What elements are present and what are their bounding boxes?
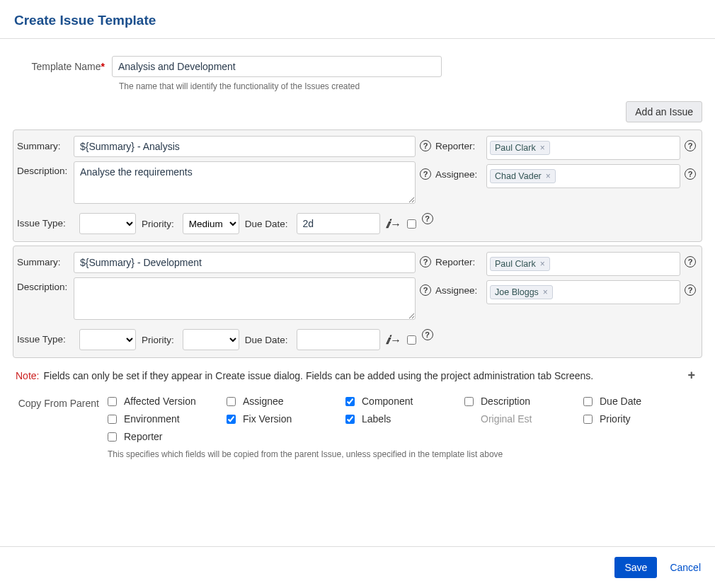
copy-field-item[interactable]: Fix Version bbox=[227, 413, 345, 425]
assignee-field[interactable]: Chad Vader × bbox=[486, 164, 680, 188]
priority-label: Priority: bbox=[142, 335, 174, 345]
help-icon[interactable]: ? bbox=[685, 256, 696, 267]
copy-field-checkbox[interactable] bbox=[464, 397, 474, 406]
assignee-label: Assignee: bbox=[435, 164, 482, 185]
save-button[interactable]: Save bbox=[614, 557, 657, 578]
copy-field-item: Original Est bbox=[464, 413, 583, 425]
copy-field-label: Description bbox=[481, 396, 530, 407]
branch-icon[interactable]: ⅈ→ bbox=[386, 217, 401, 231]
reporter-field[interactable]: Paul Clark × bbox=[486, 252, 680, 276]
help-icon[interactable]: ? bbox=[422, 213, 433, 224]
copy-field-checkbox[interactable] bbox=[108, 415, 117, 424]
copy-field-label: Environment bbox=[124, 413, 180, 425]
help-icon[interactable]: ? bbox=[420, 140, 431, 151]
priority-label: Priority: bbox=[142, 219, 174, 229]
reporter-label: Reporter: bbox=[435, 252, 482, 273]
note-label: Note: bbox=[16, 370, 39, 381]
user-tag: Paul Clark × bbox=[490, 257, 550, 271]
issue-type-select[interactable] bbox=[79, 213, 136, 234]
copy-field-label: Original Est bbox=[481, 413, 532, 425]
copy-field-checkbox[interactable] bbox=[108, 397, 117, 406]
copy-field-checkbox[interactable] bbox=[227, 397, 236, 406]
copy-field-checkbox[interactable] bbox=[583, 397, 593, 406]
copy-field-checkbox[interactable] bbox=[583, 415, 593, 424]
help-icon[interactable]: ? bbox=[420, 256, 431, 267]
priority-select[interactable] bbox=[183, 329, 239, 350]
reporter-field[interactable]: Paul Clark × bbox=[486, 136, 680, 160]
note-text: Fields can only be set if they appear in… bbox=[43, 370, 679, 381]
description-textarea[interactable] bbox=[74, 277, 416, 320]
summary-input[interactable] bbox=[74, 136, 416, 157]
copy-field-label: Labels bbox=[362, 413, 391, 425]
cancel-link[interactable]: Cancel bbox=[670, 562, 701, 573]
remove-tag-icon[interactable]: × bbox=[540, 143, 545, 153]
template-name-help: The name that will identify the function… bbox=[119, 81, 702, 91]
help-icon[interactable]: ? bbox=[420, 168, 431, 180]
copy-field-item[interactable]: Labels bbox=[345, 413, 464, 425]
due-date-input[interactable] bbox=[297, 213, 380, 234]
copy-field-label: Reporter bbox=[124, 431, 162, 442]
issue-block: Summary: Description: ? Reporter: bbox=[13, 246, 702, 358]
copy-field-label: Priority bbox=[600, 413, 631, 425]
description-label: Description: bbox=[17, 277, 74, 294]
copy-field-item[interactable]: Description bbox=[464, 396, 583, 407]
copy-help-text: This specifies which fields will be copi… bbox=[108, 449, 702, 459]
plus-icon[interactable]: + bbox=[683, 368, 699, 383]
due-date-label: Due Date: bbox=[245, 219, 288, 229]
description-textarea[interactable]: Analyse the requirements bbox=[74, 161, 416, 204]
copy-field-item[interactable]: Reporter bbox=[108, 431, 227, 442]
copy-field-item[interactable]: Assignee bbox=[227, 396, 345, 407]
priority-select[interactable]: Medium bbox=[183, 213, 239, 234]
summary-label: Summary: bbox=[17, 252, 74, 273]
assignee-field[interactable]: Joe Bloggs × bbox=[486, 280, 680, 304]
due-date-checkbox[interactable] bbox=[407, 335, 416, 345]
copy-field-item[interactable]: Environment bbox=[108, 413, 227, 425]
due-date-checkbox[interactable] bbox=[407, 219, 416, 229]
remove-tag-icon[interactable]: × bbox=[546, 171, 551, 181]
copy-field-label: Fix Version bbox=[243, 413, 292, 425]
copy-field-label: Affected Version bbox=[124, 396, 196, 407]
issue-block: Summary: Description: Analyse the requir… bbox=[13, 129, 702, 242]
help-icon[interactable]: ? bbox=[685, 168, 696, 180]
copy-field-checkbox[interactable] bbox=[345, 397, 355, 406]
copy-field-item[interactable]: Affected Version bbox=[108, 396, 227, 407]
add-issue-button[interactable]: Add an Issue bbox=[626, 101, 702, 122]
due-date-input[interactable] bbox=[297, 329, 380, 350]
help-icon[interactable]: ? bbox=[422, 329, 433, 340]
summary-label: Summary: bbox=[17, 136, 74, 157]
user-tag: Chad Vader × bbox=[490, 169, 556, 183]
remove-tag-icon[interactable]: × bbox=[540, 259, 545, 269]
user-tag: Joe Bloggs × bbox=[490, 285, 553, 299]
branch-icon[interactable]: ⅈ→ bbox=[386, 333, 401, 347]
template-name-label: Template Name* bbox=[13, 56, 112, 77]
issue-type-label: Issue Type: bbox=[17, 213, 74, 234]
copy-field-label: Due Date bbox=[600, 396, 641, 407]
reporter-label: Reporter: bbox=[435, 136, 482, 157]
copy-field-label: Assignee bbox=[243, 396, 284, 407]
template-name-input[interactable] bbox=[112, 56, 442, 77]
copy-field-checkbox[interactable] bbox=[345, 415, 355, 424]
description-label: Description: bbox=[17, 161, 74, 178]
help-icon[interactable]: ? bbox=[685, 284, 696, 296]
copy-field-item[interactable]: Priority bbox=[583, 413, 702, 425]
copy-field-item[interactable]: Component bbox=[345, 396, 464, 407]
page-title: Create Issue Template bbox=[14, 13, 701, 28]
issue-type-label: Issue Type: bbox=[17, 329, 74, 350]
copy-field-checkbox[interactable] bbox=[227, 415, 236, 424]
copy-field-checkbox[interactable] bbox=[108, 432, 117, 442]
copy-field-item[interactable]: Due Date bbox=[583, 396, 702, 407]
help-icon[interactable]: ? bbox=[420, 284, 431, 296]
help-icon[interactable]: ? bbox=[685, 140, 696, 151]
due-date-label: Due Date: bbox=[245, 335, 288, 345]
issue-type-select[interactable] bbox=[79, 329, 136, 350]
summary-input[interactable] bbox=[74, 252, 416, 273]
copy-field-label: Component bbox=[362, 396, 413, 407]
user-tag: Paul Clark × bbox=[490, 141, 550, 155]
remove-tag-icon[interactable]: × bbox=[543, 287, 548, 297]
assignee-label: Assignee: bbox=[435, 280, 482, 301]
copy-from-parent-label: Copy From Parent bbox=[13, 396, 108, 409]
